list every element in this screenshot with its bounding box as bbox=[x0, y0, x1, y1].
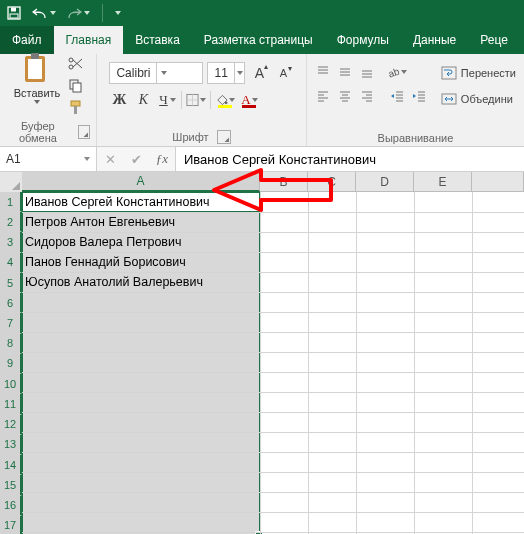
tab-insert[interactable]: Вставка bbox=[123, 26, 192, 54]
tab-review[interactable]: Реце bbox=[468, 26, 520, 54]
row-header-3[interactable]: 3 bbox=[0, 232, 22, 252]
align-top-button[interactable] bbox=[313, 62, 333, 82]
outdent-icon bbox=[390, 89, 404, 103]
row-header-8[interactable]: 8 bbox=[0, 334, 22, 354]
row-header-2[interactable]: 2 bbox=[0, 212, 22, 232]
column-header-A[interactable]: A bbox=[22, 172, 260, 192]
paste-button[interactable]: Вставить bbox=[12, 52, 63, 104]
italic-button[interactable]: К bbox=[133, 90, 153, 110]
formula-input[interactable] bbox=[176, 147, 524, 171]
paste-label: Вставить bbox=[14, 87, 61, 99]
svg-rect-9 bbox=[74, 106, 77, 114]
row-header-15[interactable]: 15 bbox=[0, 475, 22, 495]
cell-A1[interactable]: Иванов Сергей Константинович bbox=[25, 192, 210, 212]
align-right-button[interactable] bbox=[357, 86, 377, 106]
row-header-7[interactable]: 7 bbox=[0, 313, 22, 333]
row-header-9[interactable]: 9 bbox=[0, 354, 22, 374]
align-left-button[interactable] bbox=[313, 86, 333, 106]
cancel-edit-button: ✕ bbox=[97, 147, 123, 171]
copy-icon bbox=[68, 78, 83, 93]
align-right-icon bbox=[360, 89, 374, 103]
chevron-down-icon bbox=[237, 71, 243, 75]
row-header-6[interactable]: 6 bbox=[0, 293, 22, 313]
align-bottom-button[interactable] bbox=[357, 62, 377, 82]
chevron-down-icon bbox=[252, 98, 258, 102]
align-center-button[interactable] bbox=[335, 86, 355, 106]
paste-icon bbox=[22, 52, 52, 86]
redo-button[interactable] bbox=[66, 6, 90, 20]
fill-color-button[interactable] bbox=[215, 90, 235, 110]
qat-customize-button[interactable] bbox=[115, 11, 121, 15]
column-header-blank[interactable] bbox=[472, 172, 524, 192]
save-button[interactable] bbox=[6, 5, 22, 21]
ribbon: Вставить Буфер обмена bbox=[0, 54, 524, 147]
align-middle-icon bbox=[338, 65, 352, 79]
chevron-down-icon bbox=[200, 98, 206, 102]
decrease-font-button[interactable]: A▾ bbox=[273, 63, 293, 83]
tab-data[interactable]: Данные bbox=[401, 26, 468, 54]
tab-formulas[interactable]: Формулы bbox=[325, 26, 401, 54]
align-center-icon bbox=[338, 89, 352, 103]
undo-icon bbox=[32, 6, 48, 20]
row-header-12[interactable]: 12 bbox=[0, 415, 22, 435]
row-header-5[interactable]: 5 bbox=[0, 273, 22, 293]
insert-function-button[interactable]: ƒx bbox=[149, 147, 175, 171]
row-header-13[interactable]: 13 bbox=[0, 435, 22, 455]
tab-page-layout[interactable]: Разметка страницы bbox=[192, 26, 325, 54]
row-header-1[interactable]: 1 bbox=[0, 192, 22, 212]
group-alignment-label: Выравнивание bbox=[378, 132, 454, 144]
align-middle-button[interactable] bbox=[335, 62, 355, 82]
svg-rect-8 bbox=[71, 101, 80, 106]
name-box[interactable]: A1 bbox=[0, 147, 97, 171]
row-header-16[interactable]: 16 bbox=[0, 496, 22, 516]
column-header-E[interactable]: E bbox=[414, 172, 472, 192]
redo-icon bbox=[66, 6, 82, 20]
decrease-indent-button[interactable] bbox=[387, 86, 407, 106]
format-painter-button[interactable] bbox=[66, 98, 84, 116]
row-header-10[interactable]: 10 bbox=[0, 374, 22, 394]
column-header-B[interactable]: B bbox=[260, 172, 308, 192]
svg-rect-1 bbox=[11, 8, 16, 12]
font-dialog-launcher[interactable] bbox=[217, 130, 231, 144]
clipboard-dialog-launcher[interactable] bbox=[78, 125, 90, 139]
borders-button[interactable] bbox=[186, 90, 206, 110]
cell-A4[interactable]: Панов Геннадий Борисович bbox=[25, 252, 186, 272]
underline-button[interactable]: Ч bbox=[157, 90, 177, 110]
group-font: Calibri 11 A▴ A▾ Ж К Ч bbox=[97, 54, 307, 146]
wrap-text-button[interactable]: Перенести bbox=[439, 64, 518, 82]
align-left-icon bbox=[316, 89, 330, 103]
svg-rect-5 bbox=[31, 53, 39, 59]
svg-rect-7 bbox=[73, 83, 81, 92]
cell-A3[interactable]: Сидоров Валера Петрович bbox=[25, 232, 181, 252]
column-header-C[interactable]: C bbox=[308, 172, 356, 192]
confirm-edit-button: ✔ bbox=[123, 147, 149, 171]
cell-A2[interactable]: Петров Антон Евгеньевич bbox=[25, 212, 175, 232]
merge-cells-button[interactable]: Объедини bbox=[439, 90, 518, 108]
orientation-button[interactable]: ab bbox=[387, 62, 407, 82]
group-alignment: ab Перенести Объедини bbox=[307, 54, 524, 146]
chevron-down-icon bbox=[84, 11, 90, 15]
increase-indent-button[interactable] bbox=[409, 86, 429, 106]
column-header-D[interactable]: D bbox=[356, 172, 414, 192]
select-all-corner[interactable] bbox=[0, 172, 23, 193]
chevron-down-icon bbox=[84, 157, 90, 161]
merge-icon bbox=[441, 91, 457, 107]
align-top-icon bbox=[316, 65, 330, 79]
row-header-17[interactable]: 17 bbox=[0, 516, 22, 534]
row-header-11[interactable]: 11 bbox=[0, 394, 22, 414]
increase-font-button[interactable]: A▴ bbox=[249, 63, 269, 83]
formula-bar: A1 ✕ ✔ ƒx bbox=[0, 147, 524, 172]
bold-button[interactable]: Ж bbox=[109, 90, 129, 110]
font-color-button[interactable]: A bbox=[239, 90, 259, 110]
svg-rect-4 bbox=[28, 59, 42, 79]
copy-button[interactable] bbox=[66, 76, 84, 94]
cell-A5[interactable]: Юсупов Анатолий Валерьевич bbox=[25, 272, 203, 292]
row-header-4[interactable]: 4 bbox=[0, 253, 22, 273]
cut-button[interactable] bbox=[66, 54, 84, 72]
undo-button[interactable] bbox=[32, 6, 56, 20]
chevron-down-icon bbox=[50, 11, 56, 15]
row-header-14[interactable]: 14 bbox=[0, 455, 22, 475]
chevron-down-icon bbox=[229, 98, 235, 102]
font-name-combo[interactable]: Calibri bbox=[109, 62, 203, 84]
font-size-combo[interactable]: 11 bbox=[207, 62, 245, 84]
